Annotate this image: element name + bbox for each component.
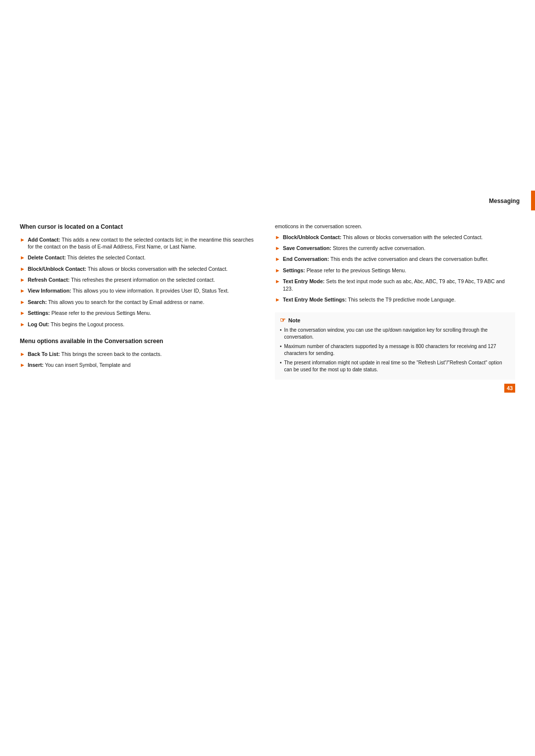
list-item: ► Insert: You can insert Symbol, Templat… (20, 361, 260, 369)
note-icon: ☞ (280, 316, 286, 324)
messaging-header-area: Messaging (489, 191, 531, 211)
bullet-arrow-icon: ► (20, 254, 25, 261)
bullet-arrow-icon: ► (275, 255, 280, 263)
list-item: ► View Information: This allows you to v… (20, 287, 260, 295)
list-item: ► Back To List: This brings the screen b… (20, 351, 260, 358)
list-item: ► Search: This allows you to search for … (20, 299, 260, 306)
note-bullet: • (280, 343, 282, 350)
content-area: When cursor is located on a Contact ► Ad… (0, 213, 535, 412)
item-text: End Conversation: This ends the active c… (283, 255, 515, 263)
item-term: Log Out: (28, 321, 50, 327)
right-column: emoticons in the conversation screen. ► … (275, 223, 515, 393)
page: Messaging When cursor is located on a Co… (0, 0, 535, 756)
item-term: Insert: (28, 362, 44, 368)
item-term: Block/Unblock Contact: (283, 234, 341, 240)
note-section: ☞ Note • In the conversation window, you… (275, 312, 515, 380)
item-text: Back To List: This brings the screen bac… (28, 351, 260, 358)
item-text: Delete Contact: This deletes the selecte… (28, 254, 260, 261)
item-text: Refresh Contact: This refreshes the pres… (28, 276, 260, 284)
note-item-text: Maximum number of characters supported b… (284, 343, 510, 357)
item-term: Refresh Contact: (28, 277, 70, 283)
item-text: Search: This allows you to search for th… (28, 299, 260, 306)
list-item: ► End Conversation: This ends the active… (275, 255, 515, 263)
note-item-text: In the conversation window, you can use … (284, 327, 510, 341)
list-item: ► Text Entry Mode: Sets the text input m… (275, 278, 515, 292)
note-bullet: • (280, 359, 282, 366)
item-term: End Conversation: (283, 256, 329, 262)
list-item: ► Save Conversation: Stores the currentl… (275, 245, 515, 252)
section2-list: ► Back To List: This brings the screen b… (20, 351, 260, 369)
note-header: ☞ Note (280, 316, 510, 324)
bullet-arrow-icon: ► (20, 276, 25, 284)
list-item: ► Text Entry Mode Settings: This selects… (275, 296, 515, 303)
item-term: Block/Unblock Contact: (28, 266, 86, 272)
note-list-item: • Maximum number of characters supported… (280, 343, 510, 357)
section1-heading: When cursor is located on a Contact (20, 223, 260, 231)
note-bullet: • (280, 327, 282, 334)
item-term: Settings: (28, 310, 50, 316)
list-item: ► Settings: Please refer to the previous… (275, 267, 515, 274)
list-item: ► Block/Unblock Contact: This allows or … (20, 265, 260, 273)
note-item-text: The present information might not update… (284, 359, 510, 373)
page-number-badge: 43 (504, 384, 515, 393)
bullet-arrow-icon: ► (20, 351, 25, 358)
note-title: Note (288, 317, 300, 323)
item-text: Save Conversation: Stores the currently … (283, 245, 515, 252)
item-term: Save Conversation: (283, 245, 331, 251)
bullet-arrow-icon: ► (275, 245, 280, 252)
left-column: When cursor is located on a Contact ► Ad… (20, 223, 260, 393)
bullet-arrow-icon: ► (275, 267, 280, 274)
list-item: ► Add Contact: This adds a new contact t… (20, 236, 260, 251)
item-term: View Information: (28, 288, 71, 294)
item-term: Back To List: (28, 351, 60, 357)
bullet-arrow-icon: ► (275, 234, 280, 241)
item-text: Add Contact: This adds a new contact to … (28, 236, 260, 251)
bullet-arrow-icon: ► (20, 321, 25, 328)
right-list: emoticons in the conversation screen. ► … (275, 223, 515, 303)
item-text: Block/Unblock Contact: This allows or bl… (283, 234, 515, 241)
bullet-arrow-icon: ► (20, 361, 25, 369)
item-text: Text Entry Mode: Sets the text input mod… (283, 278, 515, 292)
item-term: Search: (28, 299, 47, 305)
messaging-label: Messaging (489, 198, 520, 204)
bullet-arrow-icon: ► (20, 299, 25, 306)
item-text: Text Entry Mode Settings: This selects t… (283, 296, 515, 303)
list-item: emoticons in the conversation screen. (275, 223, 515, 230)
item-text: View Information: This allows you to vie… (28, 287, 260, 295)
item-term: Add Contact: (28, 237, 60, 243)
item-text: Settings: Please refer to the previous S… (28, 309, 260, 317)
bullet-arrow-icon: ► (275, 278, 280, 285)
section2-heading: Menu options available in the Conversati… (20, 337, 260, 346)
list-item: ► Block/Unblock Contact: This allows or … (275, 234, 515, 241)
bullet-arrow-icon: ► (20, 265, 25, 273)
item-term: Text Entry Mode Settings: (283, 297, 347, 302)
item-text: Log Out: This begins the Logout process. (28, 321, 260, 328)
note-list-item: • The present information might not upda… (280, 359, 510, 373)
item-term: Settings: (283, 267, 305, 273)
item-term: Delete Contact: (28, 254, 66, 260)
item-term: Text Entry Mode: (283, 278, 324, 284)
item-text: Insert: You can insert Symbol, Template … (28, 361, 260, 369)
list-item: ► Delete Contact: This deletes the selec… (20, 254, 260, 261)
bullet-arrow-icon: ► (275, 296, 280, 303)
bullet-arrow-icon: ► (20, 236, 25, 244)
list-item: ► Refresh Contact: This refreshes the pr… (20, 276, 260, 284)
list-item: ► Log Out: This begins the Logout proces… (20, 321, 260, 328)
bullet-arrow-icon: ► (20, 287, 25, 295)
item-text: emoticons in the conversation screen. (275, 223, 515, 230)
bullet-arrow-icon: ► (20, 309, 25, 317)
list-item: ► Settings: Please refer to the previous… (20, 309, 260, 317)
note-list: • In the conversation window, you can us… (280, 327, 510, 373)
section1-list: ► Add Contact: This adds a new contact t… (20, 236, 260, 328)
item-text: Block/Unblock Contact: This allows or bl… (28, 265, 260, 273)
orange-accent-bar (531, 191, 535, 210)
note-list-item: • In the conversation window, you can us… (280, 327, 510, 341)
item-text: Settings: Please refer to the previous S… (283, 267, 515, 274)
